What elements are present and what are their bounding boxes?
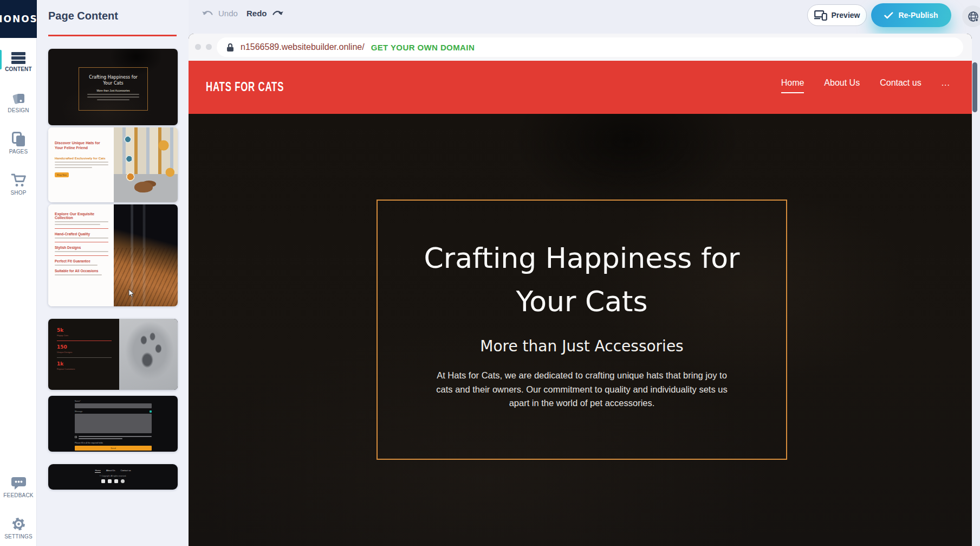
thumb-intro-button: Shop Now xyxy=(55,172,69,177)
nav-item-about[interactable]: About Us xyxy=(824,78,860,92)
thumb-text-line xyxy=(55,162,108,163)
divider xyxy=(57,357,112,358)
thumb-hero-box: Crafting Happiness for Your Cats More th… xyxy=(79,67,148,111)
thumb-text-line xyxy=(55,221,108,222)
undo-arrow-icon xyxy=(202,9,215,17)
thumb-intro-photo xyxy=(114,127,178,202)
twitter-icon xyxy=(108,479,112,483)
thumb-footer-copyright: © Copyright. All rights reserved. xyxy=(48,475,178,477)
thumb-text-line xyxy=(87,97,139,98)
thumb-required-note: Please fill in all the required fields xyxy=(75,442,152,444)
thumb-send-button: Send xyxy=(75,446,152,451)
hero-heading-line2: Your Cats xyxy=(424,280,740,323)
thumb-intro-heading: Discover Unique Hats for Your Feline Fri… xyxy=(55,140,108,150)
domain-globe-button[interactable] xyxy=(962,5,980,27)
thumb-feature-heading: Stylish Designs xyxy=(55,246,108,249)
sidebar-item-settings[interactable]: SETTINGS xyxy=(0,516,37,539)
instagram-icon xyxy=(121,479,125,483)
preview-label: Preview xyxy=(832,11,860,20)
thumb-hero-heading-line2: Your Cats xyxy=(103,80,123,86)
browser-chrome-bar: n1566589.websitebuilder.online/ GET YOUR… xyxy=(189,34,972,61)
thumb-name-input xyxy=(75,403,152,408)
site-brand[interactable]: HATS FOR CATS xyxy=(206,79,284,94)
section-thumbnail-footer[interactable]: Home About Us Contact us © Copyright. Al… xyxy=(48,464,178,490)
republish-button[interactable]: Re-Publish xyxy=(871,3,951,27)
thumb-feature-heading: Hand-Crafted Quality xyxy=(55,232,108,236)
linkedin-icon xyxy=(114,479,118,483)
republish-label: Re-Publish xyxy=(898,11,938,20)
section-thumbnail-features[interactable]: Explore Our Exquisite Collection Hand-Cr… xyxy=(48,204,178,306)
thumb-text-line xyxy=(55,167,92,168)
thumb-features-text-col: Explore Our Exquisite Collection Hand-Cr… xyxy=(48,204,114,306)
devices-icon xyxy=(814,10,827,21)
pages-icon xyxy=(0,131,37,146)
thumb-intro-subheading: Handcrafted Exclusively for Cats xyxy=(55,157,108,160)
site-preview-window: n1566589.websitebuilder.online/ GET YOUR… xyxy=(189,34,972,546)
thumb-consent-checkbox xyxy=(75,436,77,438)
nav-item-home[interactable]: Home xyxy=(781,78,804,93)
stat-value: 1k xyxy=(57,361,112,367)
sidebar-item-label: CONTENT xyxy=(0,66,37,72)
page-content-panel: Page Content Crafting Happiness for Your… xyxy=(37,0,189,546)
thumb-footer-nav: Home About Us Contact us xyxy=(48,469,178,473)
thumb-footer-link: Contact us xyxy=(121,469,131,473)
divider xyxy=(55,242,108,242)
thumb-footer-link: Home xyxy=(95,469,101,473)
redo-button[interactable]: Redo xyxy=(246,9,284,18)
thumb-text-line xyxy=(55,251,108,252)
site-nav: Home About Us Contact us ... xyxy=(781,78,950,93)
thumb-footer-link: About Us xyxy=(106,469,115,473)
sidebar-item-label: PAGES xyxy=(0,149,37,155)
sidebar-item-design[interactable]: DESIGN xyxy=(0,90,37,113)
sidebar-item-shop[interactable]: SHOP xyxy=(0,172,37,196)
redo-label: Redo xyxy=(246,9,267,18)
section-thumbnail-hero[interactable]: Crafting Happiness for Your Cats More th… xyxy=(48,49,178,125)
address-bar[interactable]: n1566589.websitebuilder.online/ GET YOUR… xyxy=(217,37,963,57)
thumb-hero-subheading: More than Just Accessories xyxy=(96,89,129,92)
thumb-text-line xyxy=(55,237,108,239)
mouse-cursor xyxy=(128,289,135,298)
hero-heading-line1: Crafting Happiness for xyxy=(424,236,740,280)
divider xyxy=(55,228,108,229)
section-thumbnail-intro[interactable]: Discover Unique Hats for Your Feline Fri… xyxy=(48,127,178,202)
cart-icon xyxy=(0,172,37,188)
gear-icon xyxy=(0,516,37,531)
sidebar-item-label: DESIGN xyxy=(0,107,37,113)
nav-item-contact[interactable]: Contact us xyxy=(880,78,921,92)
section-thumbnail-contact[interactable]: Name* Message Please fill in all the req… xyxy=(48,396,178,452)
thumb-social-icons xyxy=(48,479,178,483)
thumb-hero-heading-line1: Crafting Happiness for xyxy=(89,74,138,80)
thumb-name-label: Name* xyxy=(75,400,152,402)
thumb-legal-text xyxy=(79,436,152,440)
preview-button[interactable]: Preview xyxy=(807,4,867,26)
panel-title: Page Content xyxy=(48,10,118,22)
ionos-website-builder: { "colors": { "accent_red": "#e23b33", "… xyxy=(0,0,980,546)
thumb-message-label: Message xyxy=(75,410,82,413)
divider xyxy=(55,255,108,256)
stat-label: Happy Cats xyxy=(57,334,112,337)
ionos-logo[interactable]: IONOS xyxy=(0,0,37,38)
sidebar-item-label: SHOP xyxy=(0,190,37,196)
check-icon xyxy=(884,12,893,19)
sidebar-item-feedback[interactable]: FEEDBACK xyxy=(0,475,37,498)
thumb-stats-col: 5k Happy Cats 150 Unique Designs 1k Repe… xyxy=(48,319,119,390)
globe-icon xyxy=(967,10,979,23)
hero-subheading: More than Just Accessories xyxy=(480,337,683,355)
undo-button[interactable]: Undo xyxy=(202,9,238,18)
panel-accent-rule xyxy=(48,35,177,36)
thumb-text-line xyxy=(87,94,139,95)
get-domain-link[interactable]: GET YOUR OWN DOMAIN xyxy=(371,43,475,52)
nav-more-ellipsis[interactable]: ... xyxy=(942,78,950,92)
stat-label: Repeat Customers xyxy=(57,368,112,370)
hero-section[interactable]: Crafting Happiness for Your Cats More th… xyxy=(189,114,972,546)
thumb-feature-heading: Perfect Fit Guarantee xyxy=(55,259,108,263)
preview-scrollbar-thumb[interactable] xyxy=(972,62,977,112)
hero-content-box[interactable]: Crafting Happiness for Your Cats More th… xyxy=(377,200,787,460)
stat-value: 5k xyxy=(57,327,112,333)
sidebar-item-label: FEEDBACK xyxy=(0,492,37,498)
redo-arrow-icon xyxy=(271,9,284,17)
thumb-message-textarea xyxy=(75,414,152,433)
section-thumbnail-stats[interactable]: 5k Happy Cats 150 Unique Designs 1k Repe… xyxy=(48,319,178,390)
sidebar-item-content[interactable]: CONTENT xyxy=(0,49,37,72)
sidebar-item-pages[interactable]: PAGES xyxy=(0,131,37,155)
